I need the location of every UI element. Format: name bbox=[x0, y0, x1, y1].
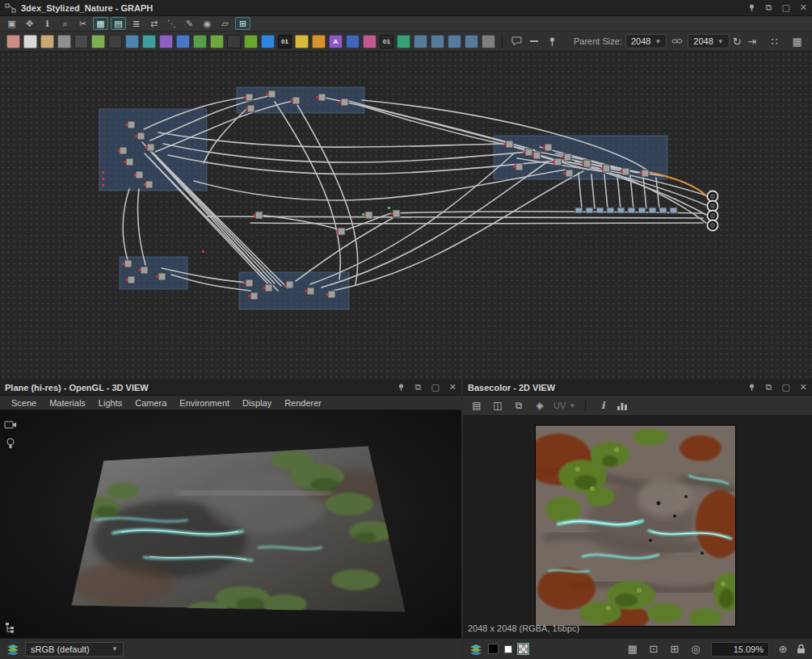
pen-tool-icon[interactable]: ✎ bbox=[182, 17, 197, 30]
pin-icon[interactable] bbox=[747, 383, 756, 392]
pin-icon[interactable] bbox=[397, 383, 406, 392]
view2d-titlebar[interactable]: Basecolor - 2D VIEW ⧉ ▢ ✕ bbox=[463, 380, 812, 396]
save-image-icon[interactable]: ◫ bbox=[490, 399, 505, 413]
scene-tree-icon[interactable] bbox=[5, 622, 16, 633]
dot-node-tool-icon[interactable] bbox=[482, 35, 495, 48]
pin-tool-icon[interactable] bbox=[545, 35, 559, 48]
image-options-icon[interactable]: ▤ bbox=[469, 399, 484, 413]
camera-icon[interactable] bbox=[4, 420, 17, 430]
node-transform-icon[interactable] bbox=[346, 35, 360, 48]
fit-view-icon[interactable]: ⊡ bbox=[646, 642, 661, 657]
node-curve-icon[interactable] bbox=[227, 35, 241, 48]
menu-display[interactable]: Display bbox=[236, 398, 278, 408]
histogram-icon[interactable] bbox=[616, 401, 628, 411]
node-shape-icon[interactable] bbox=[159, 35, 173, 48]
node-uniform-color-icon[interactable] bbox=[6, 35, 20, 48]
select-tool-icon[interactable]: ▣ bbox=[4, 17, 19, 30]
node-circle-icon[interactable] bbox=[261, 35, 275, 48]
copy-image-icon[interactable]: ⧉ bbox=[511, 399, 526, 413]
node-list-icon[interactable]: ≣ bbox=[128, 17, 144, 30]
dot-connect-icon[interactable]: ⋱ bbox=[164, 17, 179, 30]
link-anchor-tool-icon[interactable] bbox=[465, 35, 478, 48]
cut-links-icon[interactable]: ✂ bbox=[75, 17, 90, 30]
float-window-icon[interactable]: ⧉ bbox=[415, 383, 422, 392]
color-layers-icon[interactable] bbox=[6, 644, 19, 655]
node-orange-icon[interactable] bbox=[312, 35, 326, 48]
menu-lights[interactable]: Lights bbox=[92, 398, 128, 408]
light-bulb-icon[interactable] bbox=[6, 438, 15, 450]
dock-toolbar-icon[interactable]: ⇥ bbox=[745, 34, 759, 48]
close-icon[interactable]: ✕ bbox=[800, 3, 807, 12]
comment-bubble-icon[interactable] bbox=[509, 35, 524, 48]
maximize-icon[interactable]: ▢ bbox=[431, 383, 439, 392]
actual-size-icon[interactable]: ⊞ bbox=[667, 642, 682, 657]
graph-canvas[interactable] bbox=[0, 52, 812, 380]
comment-tool-icon[interactable] bbox=[431, 35, 444, 48]
reset-zoom-icon[interactable]: ⊕ bbox=[776, 642, 790, 657]
reset-size-icon[interactable]: ↻ bbox=[733, 34, 742, 48]
maximize-icon[interactable]: ▢ bbox=[781, 3, 789, 12]
float-window-icon[interactable]: ⧉ bbox=[766, 3, 772, 12]
move-tool-icon[interactable]: ✥ bbox=[22, 17, 37, 30]
white-background-swatch[interactable] bbox=[504, 645, 512, 653]
pin-icon[interactable] bbox=[747, 3, 756, 12]
frame-snap-icon[interactable]: ⊞ bbox=[235, 17, 250, 30]
graph-titlebar[interactable]: 3dex_Stylized_Nature - GRAPH ⧉ ▢ ✕ bbox=[0, 0, 812, 16]
compact-view-icon[interactable]: ▤ bbox=[111, 17, 126, 30]
parent-size-select[interactable]: 2048▼ bbox=[625, 34, 667, 48]
information-icon[interactable]: ℹ bbox=[595, 399, 610, 413]
link-sizes-icon[interactable] bbox=[670, 35, 684, 48]
node-grass-icon[interactable] bbox=[244, 35, 258, 48]
material-view-icon[interactable]: ▦ bbox=[93, 17, 108, 30]
node-slope-blur-icon[interactable] bbox=[142, 35, 156, 48]
node-gradient-map-icon[interactable] bbox=[74, 35, 88, 48]
node-tile-sampler-icon[interactable] bbox=[176, 35, 190, 48]
io-toggle-icon[interactable]: ▱ bbox=[217, 17, 233, 30]
colorspace-select[interactable]: sRGB (default)▼ bbox=[25, 642, 124, 657]
maximize-icon[interactable]: ▢ bbox=[781, 383, 789, 392]
swap-links-icon[interactable]: ⇄ bbox=[146, 17, 162, 30]
node-value-01-icon[interactable]: 01 bbox=[380, 35, 393, 48]
linked-node-icon[interactable]: ◈ bbox=[532, 399, 547, 413]
close-icon[interactable]: ✕ bbox=[800, 383, 807, 392]
color-layers-icon[interactable] bbox=[469, 644, 482, 655]
node-directional-warp-icon[interactable] bbox=[125, 35, 139, 48]
float-window-icon[interactable]: ⧉ bbox=[766, 383, 772, 392]
pin-note-tool-icon[interactable] bbox=[448, 35, 461, 48]
node-levels-icon[interactable] bbox=[57, 35, 71, 48]
lock-icon[interactable] bbox=[797, 644, 806, 654]
output-nodes[interactable] bbox=[708, 191, 718, 231]
viewport-3d[interactable] bbox=[0, 410, 461, 638]
node-curve-green-icon[interactable] bbox=[91, 35, 105, 48]
zoom-target-icon[interactable]: ◎ bbox=[688, 642, 703, 657]
layout-columns-icon[interactable]: ∷ bbox=[768, 34, 782, 48]
node-tile-generator-icon[interactable] bbox=[193, 35, 207, 48]
menu-renderer[interactable]: Renderer bbox=[278, 398, 328, 408]
color-sample-icon[interactable]: ◉ bbox=[200, 17, 215, 30]
frame-tool-icon[interactable] bbox=[414, 35, 427, 48]
layout-grid-icon[interactable]: ▦ bbox=[790, 34, 805, 48]
node-splatter-icon[interactable] bbox=[210, 35, 224, 48]
info-tool-icon[interactable]: ℹ bbox=[40, 17, 55, 30]
node-blur-icon[interactable] bbox=[40, 35, 54, 48]
output-size-select[interactable]: 2048▼ bbox=[688, 34, 729, 48]
canvas-2d[interactable]: 2048 x 2048 (RGBA, 16bpc) bbox=[463, 416, 812, 638]
node-pink-icon[interactable] bbox=[363, 35, 377, 48]
node-text-icon[interactable]: A bbox=[329, 35, 343, 48]
uv-mode-select[interactable]: UV▼ bbox=[553, 401, 575, 410]
menu-camera[interactable]: Camera bbox=[128, 398, 173, 408]
view3d-titlebar[interactable]: Plane (hi-res) - OpenGL - 3D VIEW ⧉ ▢ ✕ bbox=[0, 380, 461, 396]
checker-background-swatch[interactable] bbox=[518, 644, 528, 654]
menu-environment[interactable]: Environment bbox=[173, 398, 236, 408]
node-quad-icon[interactable] bbox=[397, 35, 410, 48]
black-background-swatch[interactable] bbox=[488, 644, 499, 654]
node-triangle-icon[interactable] bbox=[295, 35, 309, 48]
node-noise-01-icon[interactable]: 01 bbox=[278, 35, 292, 48]
search-icon[interactable]: ⌕ bbox=[57, 17, 73, 30]
dash-tool-icon[interactable] bbox=[527, 35, 541, 48]
node-blend-icon[interactable] bbox=[23, 35, 37, 48]
zoom-level-field[interactable]: 15.09% bbox=[711, 642, 769, 657]
menu-scene[interactable]: Scene bbox=[5, 398, 43, 408]
close-icon[interactable]: ✕ bbox=[449, 383, 456, 392]
background-grid-icon[interactable]: ▦ bbox=[625, 642, 640, 657]
